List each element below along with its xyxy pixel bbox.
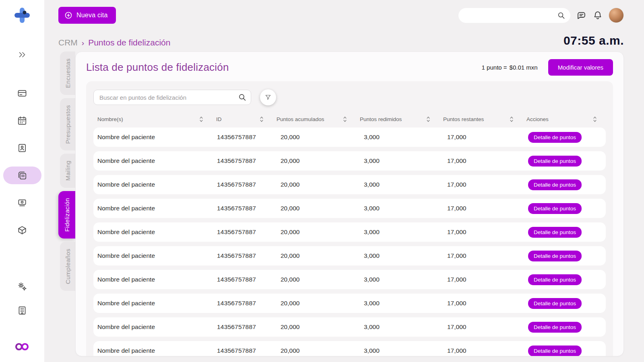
app-logo (12, 6, 32, 27)
sidebar-expand-icon[interactable] (17, 50, 27, 61)
points-remaining: 17,000 (439, 347, 522, 354)
detail-points-button[interactable]: Detalle de puntos (528, 322, 582, 333)
calendar-icon (17, 115, 27, 126)
detail-points-button[interactable]: Detalle de puntos (528, 203, 582, 214)
points-remaining: 17,000 (439, 323, 522, 331)
points-remaining: 17,000 (439, 276, 522, 283)
points-remaining: 17,000 (439, 157, 522, 165)
sidebar-item-calendar[interactable] (3, 112, 41, 130)
page-title: Lista de puntos de fidelización (86, 61, 229, 74)
table-row: Nombre del paciente 14356757887 20,000 3… (93, 199, 606, 218)
breadcrumb: CRM › Puntos de fidelización (58, 38, 170, 47)
patient-id: 14356757887 (212, 252, 272, 259)
points-redeemed: 3,000 (356, 157, 439, 165)
points-redeemed: 3,000 (356, 347, 439, 354)
chat-icon[interactable] (576, 10, 587, 21)
points-accumulated: 20,000 (272, 323, 356, 331)
detail-points-button[interactable]: Detalle de puntos (528, 274, 582, 285)
patient-id: 14356757887 (212, 157, 272, 165)
patient-id: 14356757887 (212, 228, 272, 236)
table-row: Nombre del paciente 14356757887 20,000 3… (93, 246, 606, 265)
global-search-input[interactable] (458, 8, 570, 23)
tab-cumpleanos[interactable]: Cumpleaños (60, 242, 75, 291)
column-header-acciones[interactable]: Acciones (522, 116, 606, 123)
points-redeemed: 3,000 (356, 300, 439, 307)
column-header-nombre-s-[interactable]: Nombre(s) (93, 116, 212, 123)
point-rate: 1 punto =$0.01 mxn (482, 64, 538, 71)
patient-name: Nombre del paciente (93, 228, 212, 236)
points-redeemed: 3,000 (356, 205, 439, 212)
search-icon[interactable] (237, 93, 247, 104)
column-header-id[interactable]: ID (212, 116, 272, 123)
user-avatar[interactable] (609, 8, 624, 23)
tab-encuestas[interactable]: Encuestas (60, 51, 75, 95)
column-header-puntos-redimidos[interactable]: Puntos redimidos (356, 116, 439, 123)
patient-id: 14356757887 (212, 323, 272, 331)
detail-points-button[interactable]: Detalle de puntos (528, 298, 582, 309)
table-body: Nombre del paciente 14356757887 20,000 3… (93, 128, 606, 356)
tab-mailing[interactable]: Mailing (60, 154, 75, 187)
detail-points-button[interactable]: Detalle de puntos (528, 251, 582, 261)
points-accumulated: 20,000 (272, 276, 356, 283)
sort-icon[interactable] (260, 116, 264, 123)
loyalty-panel: Lista de puntos de fidelización 1 punto … (75, 51, 624, 356)
points-remaining: 17,000 (439, 134, 522, 141)
sort-icon[interactable] (426, 116, 430, 123)
points-redeemed: 3,000 (356, 228, 439, 236)
patient-id: 14356757887 (212, 276, 272, 283)
new-appointment-button[interactable]: Nueva cita (58, 7, 116, 24)
points-remaining: 17,000 (439, 300, 522, 307)
sidebar-item-contacts[interactable] (3, 139, 41, 157)
patient-id: 14356757887 (212, 181, 272, 188)
points-redeemed: 3,000 (356, 323, 439, 331)
table-row: Nombre del paciente 14356757887 20,000 3… (93, 317, 606, 337)
table-header-row: Nombre(s)IDPuntos acumuladosPuntos redim… (93, 113, 606, 128)
column-header-puntos-acumulados[interactable]: Puntos acumulados (272, 116, 356, 123)
tab-presupuestos[interactable]: Presupuestos (60, 98, 75, 151)
main-area: Nueva cita CRM › Puntos de fidelización … (44, 0, 644, 356)
table-row: Nombre del paciente 14356757887 20,000 3… (93, 341, 606, 356)
funnel-icon (264, 94, 272, 101)
patient-id: 14356757887 (212, 205, 272, 212)
patient-name: Nombre del paciente (93, 347, 212, 354)
sort-icon[interactable] (593, 116, 597, 123)
breadcrumb-root[interactable]: CRM (58, 38, 78, 47)
detail-points-button[interactable]: Detalle de puntos (528, 179, 582, 190)
topbar: Nueva cita (58, 0, 624, 31)
package-icon (17, 225, 27, 235)
points-redeemed: 3,000 (356, 134, 439, 141)
sidebar-item-company[interactable] (3, 302, 41, 319)
sort-icon[interactable] (199, 116, 203, 123)
detail-points-button[interactable]: Detalle de puntos (528, 227, 582, 238)
points-accumulated: 20,000 (272, 205, 356, 212)
search-icon[interactable] (557, 11, 566, 22)
sidebar-item-payments[interactable] (3, 84, 41, 102)
detail-points-button[interactable]: Detalle de puntos (528, 346, 582, 356)
filter-button[interactable] (260, 89, 276, 105)
tab-fidelizacion[interactable]: Fidelización (58, 191, 75, 239)
detail-points-button[interactable]: Detalle de puntos (528, 156, 582, 167)
clock: 07:55 a.m. (564, 34, 624, 47)
contacts-icon (17, 143, 27, 153)
sort-icon[interactable] (343, 116, 347, 123)
table-row: Nombre del paciente 14356757887 20,000 3… (93, 222, 606, 242)
sidebar-item-inventory[interactable] (3, 221, 41, 239)
table-row: Nombre del paciente 14356757887 20,000 3… (93, 270, 606, 289)
global-search (458, 8, 570, 23)
sidebar-item-settings[interactable] (3, 278, 41, 295)
detail-points-button[interactable]: Detalle de puntos (528, 132, 582, 143)
sort-icon[interactable] (510, 116, 514, 123)
chevron-right-icon: › (82, 39, 84, 47)
sidebar-item-loyalty[interactable] (3, 167, 41, 184)
notifications-bell-icon[interactable] (592, 10, 603, 21)
sidebar (0, 0, 44, 362)
points-search-input[interactable] (93, 90, 251, 105)
loyalty-cards-icon (17, 170, 27, 181)
table-row: Nombre del paciente 14356757887 20,000 3… (93, 175, 606, 194)
modify-values-button[interactable]: Modificar valores (548, 59, 613, 76)
sidebar-item-billing[interactable] (3, 194, 41, 212)
patient-name: Nombre del paciente (93, 205, 212, 212)
column-header-puntos-restantes[interactable]: Puntos restantes (439, 116, 522, 123)
list-search (93, 90, 251, 105)
points-redeemed: 3,000 (356, 252, 439, 259)
